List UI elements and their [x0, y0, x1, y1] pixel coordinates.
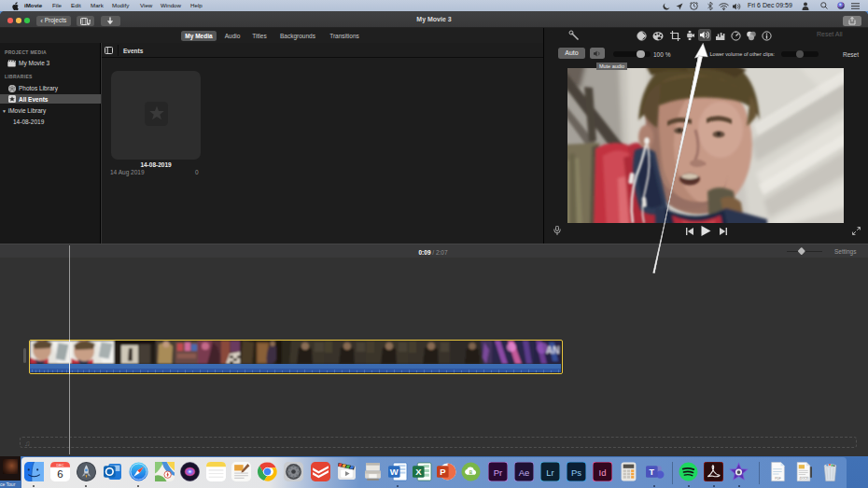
svg-text:Id: Id [598, 467, 606, 478]
svg-text:W: W [389, 467, 398, 477]
svg-text:DEC: DEC [56, 464, 63, 467]
svg-text:Ps: Ps [570, 467, 581, 478]
svg-text:PDF: PDF [775, 477, 780, 481]
svg-text:AN: AN [546, 345, 559, 356]
svg-text:T: T [649, 467, 654, 477]
svg-text:DOCX: DOCX [800, 477, 807, 481]
svg-text:B: B [469, 470, 473, 475]
svg-text:Lr: Lr [546, 467, 553, 478]
svg-text:P: P [440, 467, 445, 477]
svg-text:Pr: Pr [493, 467, 501, 478]
svg-text:6: 6 [57, 468, 63, 480]
svg-text:Ae: Ae [518, 467, 529, 478]
svg-text:X: X [415, 467, 422, 477]
